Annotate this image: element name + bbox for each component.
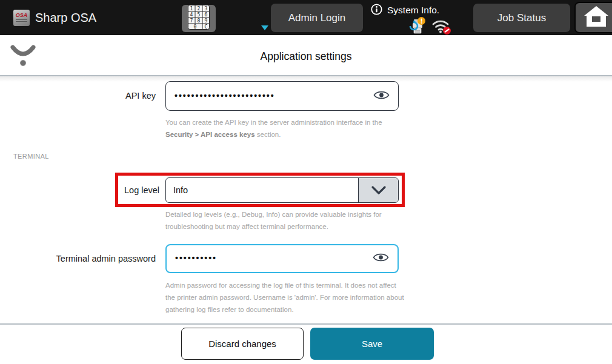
device-status-icons: [407, 16, 452, 38]
app-title: Sharp OSA: [35, 0, 96, 35]
api-key-label: API key: [36, 81, 156, 111]
keypad-icon: 123 456 789 0C: [188, 5, 210, 32]
top-bar: OSA Sharp OSA 123 456 789: [0, 0, 612, 35]
svg-text:7: 7: [190, 18, 193, 24]
log-level-label: Log level: [121, 177, 161, 203]
api-key-input[interactable]: ••••••••••••••••••••••••: [165, 81, 399, 111]
section-label-terminal: TERMINAL: [13, 153, 49, 160]
save-button[interactable]: Save: [310, 328, 434, 360]
save-label: Save: [362, 339, 382, 349]
svg-text:2: 2: [198, 6, 201, 12]
home-icon: [583, 5, 610, 30]
show-password-icon[interactable]: [373, 90, 390, 103]
terminal-password-label: Terminal admin password: [36, 244, 156, 273]
page-header: Application settings: [0, 35, 612, 75]
svg-text:3: 3: [205, 6, 208, 12]
svg-text:8: 8: [198, 18, 201, 24]
terminal-password-input[interactable]: ••••••••••: [165, 244, 399, 273]
discard-changes-label: Discard changes: [208, 339, 276, 349]
job-status-button[interactable]: Job Status: [473, 4, 570, 32]
svg-text:1: 1: [190, 6, 193, 12]
info-icon: [371, 4, 382, 18]
job-status-label: Job Status: [497, 12, 546, 24]
log-level-dropdown-button[interactable]: [358, 178, 398, 202]
footer-divider: [0, 323, 612, 325]
svg-text:4: 4: [190, 12, 193, 18]
page-title: Application settings: [0, 35, 612, 75]
admin-login-button[interactable]: Admin Login: [271, 4, 363, 32]
admin-login-label: Admin Login: [288, 12, 346, 24]
numeric-keypad-button[interactable]: 123 456 789 0C: [182, 5, 216, 32]
api-key-helper: You can create the API key in the server…: [165, 116, 407, 141]
log-level-helper: Detailed log levels (e.g., Debug, Info) …: [165, 208, 407, 233]
printer-warning-icon[interactable]: [407, 16, 427, 38]
discard-changes-button[interactable]: Discard changes: [181, 328, 304, 360]
system-info-label: System Info.: [387, 5, 439, 16]
log-level-value: Info: [173, 178, 188, 202]
osa-logo-stripes: [16, 19, 27, 23]
sharp-osa-logo: OSA: [13, 10, 30, 26]
keypad-dropdown-arrow-icon[interactable]: [261, 25, 268, 30]
svg-text:C: C: [205, 24, 208, 30]
show-password-icon[interactable]: [373, 252, 389, 265]
svg-text:5: 5: [198, 12, 201, 18]
terminal-password-helper: Admin password for accessing the log fil…: [165, 279, 407, 316]
svg-text:0: 0: [194, 24, 197, 30]
home-button[interactable]: [574, 2, 612, 33]
osa-logo-text: OSA: [16, 13, 28, 18]
log-level-select[interactable]: Info: [165, 177, 399, 203]
chevron-down-icon: [371, 185, 387, 195]
svg-text:9: 9: [205, 18, 208, 24]
api-key-masked-value: ••••••••••••••••••••••••: [175, 91, 275, 101]
svg-text:6: 6: [205, 12, 208, 18]
terminal-password-masked-value: ••••••••••: [175, 253, 217, 263]
